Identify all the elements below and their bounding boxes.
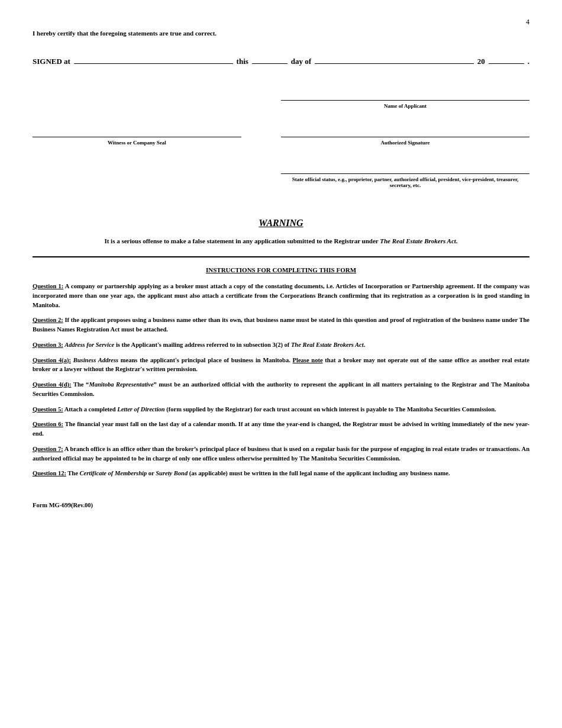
authorized-sig-block: Authorized Signature xyxy=(281,127,529,146)
instruction-q2: Question 2: If the applicant proposes us… xyxy=(33,315,529,334)
instruction-q4d: Question 4(d): The “Manitoba Representat… xyxy=(33,380,529,399)
q3-act: The Real Estate Brokers Act xyxy=(291,342,364,348)
year-field xyxy=(489,54,524,64)
q5-italic: Letter of Direction xyxy=(117,406,164,413)
q3-text: is the Applicant's mailing address refer… xyxy=(114,342,291,348)
this-label: this xyxy=(237,57,248,66)
instruction-q12: Question 12: The Certificate of Membersh… xyxy=(33,469,529,478)
q12-prefix: The xyxy=(67,470,79,476)
form-footer: Form MG-699(Rev.00) xyxy=(33,502,529,508)
name-of-applicant-inner: Name of Applicant xyxy=(281,90,529,109)
q3-italic: Address for Service xyxy=(64,342,114,348)
q4a-please-note: Please note xyxy=(293,357,323,363)
witness-label: Witness or Company Seal xyxy=(33,140,241,146)
q3-period: . xyxy=(364,342,366,348)
q12-label: Question 12: xyxy=(33,470,66,476)
warning-title: WARNING xyxy=(33,218,529,228)
warning-period: . xyxy=(456,237,458,244)
name-of-applicant-label: Name of Applicant xyxy=(281,103,529,109)
name-of-applicant-line xyxy=(281,90,529,101)
year-label: 20 xyxy=(477,57,485,66)
instruction-q4a: Question 4(a): Business Address means th… xyxy=(33,356,529,375)
q4a-text: means the applicant's principal place of… xyxy=(118,357,293,363)
instruction-q6: Question 6: The financial year must fall… xyxy=(33,420,529,439)
name-of-applicant-block: Name of Applicant xyxy=(33,90,529,109)
q12-text: (as applicable) must be written in the f… xyxy=(188,470,450,476)
certify-text: I hereby certify that the foregoing stat… xyxy=(33,30,529,37)
q4d-prefix: The “ xyxy=(73,381,89,388)
q4a-label: Question 4(a): xyxy=(33,357,71,363)
period: . xyxy=(528,57,529,66)
q12-mid: or xyxy=(147,470,156,476)
section-divider xyxy=(33,256,529,257)
instruction-q5: Question 5: Attach a completed Letter of… xyxy=(33,405,529,414)
instructions-title: INSTRUCTIONS FOR COMPLETING THIS FORM xyxy=(33,266,529,273)
page-number: 4 xyxy=(526,18,529,27)
witness-block: Witness or Company Seal xyxy=(33,127,241,146)
signed-at-field xyxy=(74,54,233,64)
signed-label: SIGNED at xyxy=(33,57,70,66)
q4d-italic: Manitoba Representative xyxy=(89,381,153,388)
signature-section: Witness or Company Seal Authorized Signa… xyxy=(33,127,529,146)
instruction-q7: Question 7: A branch office is an office… xyxy=(33,444,529,463)
q5-label: Question 5: xyxy=(33,406,63,413)
q3-label: Question 3: xyxy=(33,342,63,348)
authorized-sig-line xyxy=(281,127,529,137)
q1-label: Question 1: xyxy=(33,283,63,289)
q6-text: The financial year must fall on the last… xyxy=(33,421,529,437)
q12-italic2: Surety Bond xyxy=(156,470,188,476)
q4a-italic: Business Address xyxy=(73,357,118,363)
q7-label: Question 7: xyxy=(33,446,63,452)
witness-line xyxy=(33,127,241,137)
official-status-label: State official status, e.g., proprietor,… xyxy=(281,176,529,188)
instruction-q1: Question 1: A company or partnership app… xyxy=(33,282,529,310)
warning-text: It is a serious offense to make a false … xyxy=(33,237,529,244)
q2-label: Question 2: xyxy=(33,317,63,323)
warning-act: The Real Estate Brokers Act xyxy=(380,237,456,244)
q12-italic1: Certificate of Membership xyxy=(79,470,147,476)
q7-text: A branch office is an office other than … xyxy=(33,446,529,462)
day-number-field xyxy=(252,54,288,64)
warning-section: WARNING It is a serious offense to make … xyxy=(33,218,529,244)
authorized-sig-label: Authorized Signature xyxy=(281,140,529,146)
day-label: day of xyxy=(291,57,311,66)
q5-prefix: Attach a completed xyxy=(64,406,118,413)
q1-text: A company or partnership applying as a b… xyxy=(33,283,529,308)
official-status-line xyxy=(281,163,529,174)
signed-line: SIGNED at this day of 20 . xyxy=(33,54,529,66)
month-field xyxy=(315,54,474,64)
q6-label: Question 6: xyxy=(33,421,63,427)
instruction-q3: Question 3: Address for Service is the A… xyxy=(33,340,529,350)
q5-text: (form supplied by the Registrar) for eac… xyxy=(165,406,496,413)
q2-text: If the applicant proposes using a busine… xyxy=(33,317,529,333)
q4d-label: Question 4(d): xyxy=(33,381,72,388)
official-status-block: State official status, e.g., proprietor,… xyxy=(281,163,529,188)
instructions-section: INSTRUCTIONS FOR COMPLETING THIS FORM Qu… xyxy=(33,266,529,478)
warning-text-main: It is a serious offense to make a false … xyxy=(104,237,378,244)
